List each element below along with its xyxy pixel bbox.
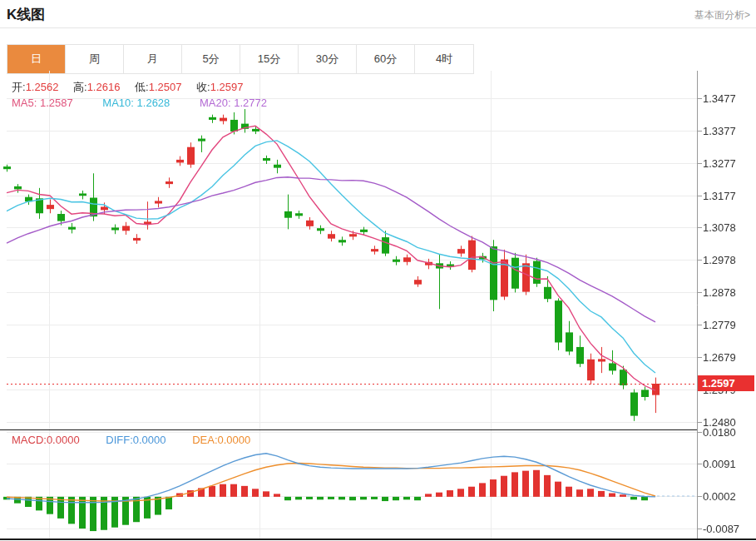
price-tick: 1.2878 xyxy=(703,286,736,299)
diff-value: 0.0000 xyxy=(133,434,166,446)
kline-widget: K线图 基本面分析> 日周月5分15分30分60分4时 开:1.2562 高:1… xyxy=(0,0,756,541)
ma5-value: 1.2587 xyxy=(40,97,73,109)
price-tick: 1.3177 xyxy=(703,190,736,202)
current-price-badge: 1.2597 xyxy=(698,375,754,391)
macd-info-bar: MACD:0.0000 DIFF:0.0000 DEA:0.0000 xyxy=(12,434,274,446)
open-label: 开: xyxy=(12,81,26,93)
price-tick: 1.3477 xyxy=(703,92,736,105)
macd-tick: 0.0091 xyxy=(703,458,736,470)
close-value: 1.2597 xyxy=(210,81,244,93)
diff-label: DIFF: xyxy=(106,434,133,446)
macd-label: MACD: xyxy=(12,434,47,446)
price-tick: 1.3377 xyxy=(703,125,736,137)
price-tick: 1.2779 xyxy=(703,319,736,331)
ma5-label: MA5: xyxy=(12,97,37,109)
ma20-label: MA20: xyxy=(200,97,231,109)
price-tick: 1.3078 xyxy=(703,221,736,234)
price-tick: 1.2679 xyxy=(703,351,736,364)
high-value: 1.2616 xyxy=(87,81,121,93)
ma10-label: MA10: xyxy=(102,97,134,109)
ma10-value: 1.2628 xyxy=(137,97,170,109)
low-label: 低: xyxy=(135,81,149,93)
dea-label: DEA: xyxy=(192,434,217,446)
dea-value: 0.0000 xyxy=(218,434,251,446)
price-tick: 1.2978 xyxy=(703,254,736,266)
macd-tick: 0.0180 xyxy=(703,426,736,439)
low-value: 1.2507 xyxy=(149,81,182,93)
open-value: 1.2562 xyxy=(26,81,59,93)
ma20-value: 1.2772 xyxy=(234,97,267,109)
macd-tick: 0.0002 xyxy=(703,490,736,503)
high-label: 高: xyxy=(73,81,87,93)
close-label: 收: xyxy=(196,81,210,93)
price-tick: 1.3277 xyxy=(703,157,736,170)
ma-info-bar: MA5: 1.2587 MA10: 1.2628 MA20: 1.2772 xyxy=(12,97,294,109)
ohlc-info-bar: 开:1.2562 高:1.2616 低:1.2507 收:1.2597 xyxy=(12,80,254,95)
macd-tick: -0.0087 xyxy=(703,523,739,535)
macd-value: 0.0000 xyxy=(47,434,80,446)
